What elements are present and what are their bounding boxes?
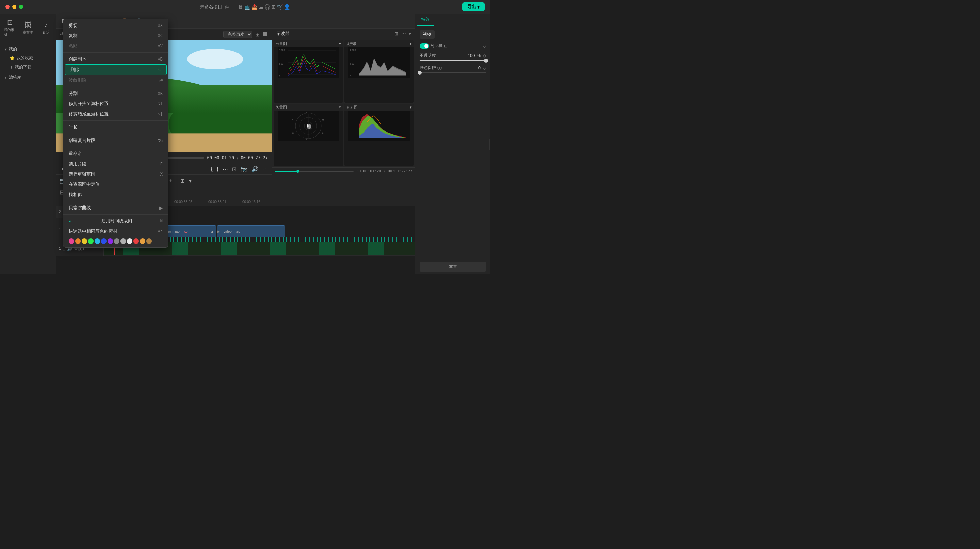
scope-vector-dropdown[interactable]: ▾ [339,105,341,109]
ctx-create-compound[interactable]: 创建复合片段 ⌥G [63,135,168,146]
scope-more-icon[interactable]: ⋯ [401,31,406,36]
ctx-cut-shortcut: ⌘X [158,23,163,28]
scope-waveform: 波形图 ▾ 1023 512 0 [344,40,414,103]
ctx-trim-end-label: 修剪结尾至游标位置 [69,111,108,117]
nav-item-downloads[interactable]: ⬇ 我的下载 [3,63,53,72]
quality-select[interactable]: 完整画质 [223,31,253,38]
ctx-trim-start[interactable]: 修剪开头至游标位置 ⌥[ [63,98,168,109]
sub-tab-video[interactable]: 视频 [420,30,434,39]
scope-progress-bar[interactable] [275,171,353,172]
contrast-diamond[interactable]: ◇ [483,44,486,48]
opacity-unit: % [477,53,481,58]
sidebar-item-my-assets[interactable]: ⊡ 我的素材 [2,16,19,39]
nav-item-favorites[interactable]: ⭐ 我的收藏 [3,53,53,63]
opacity-slider-track[interactable] [420,60,486,61]
effect-track-num: 2 [59,210,61,215]
sidebar-item-audio[interactable]: ♪ 音乐 [37,16,54,39]
ctx-select-same-color[interactable]: 快速选中相同颜色的素材 ⌘' [63,226,168,236]
ctx-delete-shortcut: ⌫ [159,67,161,72]
scope-layout-icon[interactable]: ⊞ [395,31,398,36]
audio-label: 音乐 [43,30,49,35]
color-swatch-green[interactable] [88,238,94,244]
ctx-trim-end-shortcut: ⌥] [158,111,163,116]
color-swatch-cyan[interactable] [95,238,100,244]
tl-dropdown-btn[interactable]: ▾ [188,177,192,185]
ctx-select-range[interactable]: 选择剪辑范围 X [63,169,168,179]
ctx-locate[interactable]: 在资源区中定位 [63,179,168,189]
my-section-header[interactable]: ▾ 我的 [3,45,53,53]
tl-sep2 [177,178,177,184]
video-clip-3[interactable]: ▶ video-miao [217,225,285,237]
scope-waveform-dropdown[interactable]: ▾ [410,41,412,46]
pb-camera-btn[interactable]: 📷 [240,166,247,173]
ctx-find-similar[interactable]: 找相似 [63,189,168,200]
color-swatch-blue[interactable] [101,238,107,244]
ctx-cut[interactable]: 剪切 ⌘X [63,21,168,31]
ctx-copy[interactable]: 复制 ⌘C [63,31,168,41]
close-button[interactable] [5,5,10,9]
minimize-button[interactable] [12,5,16,9]
ctx-rename[interactable]: 重命名 [63,149,168,159]
grid-view-icon[interactable]: ⊞ [255,31,259,38]
color-swatch-pink[interactable] [69,238,74,244]
right-panel-tabs: 特效 [415,14,490,26]
pb-more-btn[interactable]: ⋯ [223,166,228,173]
ctx-delete[interactable]: 删除 ⌫ [65,64,167,75]
my-assets-icon: ⊡ [7,18,13,27]
sidebar-item-library[interactable]: 🖼 素材库 [19,16,37,39]
ctx-bezier[interactable]: 贝塞尔曲线 ▶ [63,203,168,213]
param-contrast-row: 对比度 ⊡ ◇ [420,43,486,49]
svg-text:0: 0 [350,75,352,78]
scope-label: 示波器 [276,31,290,37]
title-icon: ◎ [225,5,229,10]
pb-audio-btn[interactable]: 🔊 [251,166,258,173]
total-time: 00:00:27:27 [241,155,268,160]
project-title: 未命名项目 [200,4,222,10]
color-swatch-amber[interactable] [140,238,145,244]
ctx-split[interactable]: 分割 ⌘B [63,89,168,98]
color-swatch-gray[interactable] [114,238,119,244]
scope-waveform-label: 波形图 [347,41,358,46]
reset-button[interactable]: 重置 [420,262,486,272]
scope-vectorscope-canvas: 1023 512 0 [274,47,343,103]
pb-screen-btn[interactable]: ⊡ [232,166,237,173]
ctx-snap[interactable]: ✓ 启用时间线吸附 N [63,216,168,226]
maximize-button[interactable] [19,5,23,9]
ctx-duplicate[interactable]: 创建副本 ⌘D [63,54,168,64]
opacity-diamond[interactable]: ◇ [483,53,486,58]
scope-vectorscope-dropdown[interactable]: ▾ [339,41,341,46]
color-swatch-orange[interactable] [75,238,81,244]
color-swatch-lightgray[interactable] [121,238,126,244]
color-swatch-red[interactable] [134,238,139,244]
left-sidebar: ⊡ 我的素材 🖼 素材库 ♪ 音乐 ▾ 我的 ⭐ 我的收藏 [0,14,56,274]
tl-grid-btn[interactable]: ⊞ [180,177,185,185]
filter-section: ▸ 滤镜库 [3,73,53,82]
ctx-locate-label: 在资源区中定位 [69,181,100,187]
color-swatch-brown[interactable] [146,238,152,244]
color-swatch-purple[interactable] [108,238,113,244]
scope-histogram-dropdown[interactable]: ▾ [410,105,412,109]
color-swatch-yellow[interactable] [82,238,87,244]
pb-bracket-in-btn[interactable]: { [211,166,212,172]
vectorcircle-svg: R M B C G Y [274,111,343,141]
ctx-duration-label: 时长 [69,124,78,130]
ctx-duration[interactable]: 时长 [63,122,168,132]
ctx-disable[interactable]: 禁用片段 E [63,159,168,169]
ctx-trim-end[interactable]: 修剪结尾至游标位置 ⌥] [63,109,168,119]
waveform-svg: 1023 512 0 [344,47,414,78]
tab-effects[interactable]: 特效 [417,14,434,26]
skin-protection-slider-track[interactable] [420,72,486,73]
my-section-label: 我的 [9,46,17,52]
export-button[interactable]: 导出 ▾ [463,2,485,11]
image-icon[interactable]: 🖼 [262,31,268,38]
filter-section-header[interactable]: ▸ 滤镜库 [3,73,53,82]
pb-bracket-out-btn[interactable]: } [217,166,218,172]
sidebar-collapse-btn[interactable]: ‹ [488,139,490,150]
skin-protection-diamond[interactable]: ◇ [483,66,486,70]
contrast-toggle[interactable] [420,43,429,49]
scope-vector: 矢量图 ▾ R M [274,104,343,166]
scope-dropdown-icon[interactable]: ▾ [409,31,411,36]
svg-point-3 [187,49,243,70]
color-swatch-white[interactable] [127,238,132,244]
pb-fit-btn[interactable]: ↔ [262,166,268,172]
